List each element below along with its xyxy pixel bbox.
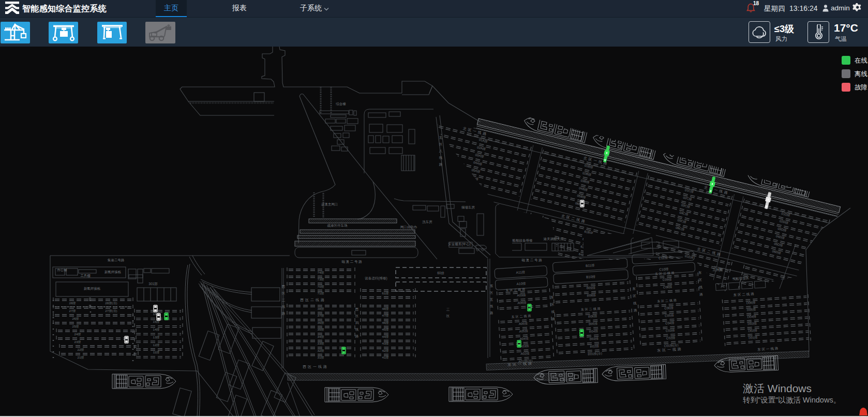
svg-text:A06排: A06排 xyxy=(519,321,528,325)
svg-text:线: 线 xyxy=(490,304,493,308)
svg-text:61排: 61排 xyxy=(382,291,388,295)
svg-text:D05排: D05排 xyxy=(747,307,756,311)
svg-text:44排: 44排 xyxy=(382,335,388,338)
svg-text:B09排: B09排 xyxy=(587,286,596,290)
svg-text:办公楼: 办公楼 xyxy=(57,268,67,272)
svg-text:301部: 301部 xyxy=(148,282,157,286)
svg-text:区: 区 xyxy=(355,314,359,318)
svg-text:C09排: C09排 xyxy=(663,277,672,281)
svg-text:26排: 26排 xyxy=(72,317,79,320)
svg-text:线: 线 xyxy=(282,305,286,308)
svg-text:东: 东 xyxy=(550,295,554,299)
svg-text:41排: 41排 xyxy=(382,355,388,359)
svg-text:B05排: B05排 xyxy=(589,321,598,325)
svg-text:东: 东 xyxy=(632,287,636,290)
svg-text:B03排: B03排 xyxy=(590,336,599,340)
svg-text:37排: 37排 xyxy=(317,314,324,317)
svg-text:C06排: C06排 xyxy=(664,306,674,310)
svg-text:A02排: A02排 xyxy=(520,351,530,355)
svg-text:46排: 46排 xyxy=(382,321,388,324)
svg-text:A05排: A05排 xyxy=(519,329,528,333)
svg-text:洗车房: 洗车房 xyxy=(422,220,432,224)
svg-text:线: 线 xyxy=(551,310,555,314)
svg-text:煤場车房: 煤場车房 xyxy=(461,205,475,210)
svg-text:三: 三 xyxy=(446,307,450,311)
svg-text:42排: 42排 xyxy=(382,349,388,352)
svg-text:八: 八 xyxy=(439,149,443,153)
svg-text:36排: 36排 xyxy=(317,321,324,324)
svg-text:D02排: D02排 xyxy=(748,329,757,333)
svg-text:11排: 11排 xyxy=(153,350,160,354)
svg-text:21排: 21排 xyxy=(77,355,84,359)
svg-text:C02排: C02排 xyxy=(666,336,676,340)
svg-text:28排: 28排 xyxy=(69,301,76,305)
svg-text:A04排: A04排 xyxy=(519,336,529,340)
svg-text:45排: 45排 xyxy=(382,327,388,331)
svg-text:线: 线 xyxy=(439,156,443,159)
svg-text:磁 澳 二 号 路: 磁 澳 二 号 路 xyxy=(521,258,542,262)
svg-text:在线: 在线 xyxy=(855,57,867,64)
svg-text:路: 路 xyxy=(439,162,443,167)
svg-text:C03排: C03排 xyxy=(666,328,675,332)
svg-text:线: 线 xyxy=(633,301,637,305)
svg-text:路: 路 xyxy=(490,311,493,315)
svg-text:区: 区 xyxy=(282,291,286,295)
svg-text:C04排: C04排 xyxy=(665,321,675,325)
svg-text:B02排: B02排 xyxy=(590,344,599,348)
svg-text:新氧焊接栋: 新氧焊接栋 xyxy=(84,287,101,291)
svg-text:D06排: D06排 xyxy=(746,301,756,305)
svg-text:闸口自助办: 闸口自助办 xyxy=(400,225,417,229)
svg-text:B04排: B04排 xyxy=(589,329,598,333)
svg-text:31排: 31排 xyxy=(317,355,324,359)
svg-text:故障: 故障 xyxy=(855,84,867,91)
svg-text:东: 东 xyxy=(490,284,493,288)
svg-text:转到"设置"以激活 Windows。: 转到"设置"以激活 Windows。 xyxy=(743,396,841,404)
svg-text:安全服务(中心): 安全服务(中心) xyxy=(448,242,470,246)
svg-text:A08排: A08排 xyxy=(517,301,527,305)
svg-text:28排(冷): 28排(冷) xyxy=(105,301,117,305)
svg-text:磁 澳 二 号 路: 磁 澳 二 号 路 xyxy=(341,260,362,264)
svg-text:西区一线路: 西区一线路 xyxy=(303,365,328,369)
svg-text:区: 区 xyxy=(551,303,555,306)
svg-text:集港二号路: 集港二号路 xyxy=(108,258,125,262)
svg-text:38排: 38排 xyxy=(317,307,324,310)
svg-text:48排: 48排 xyxy=(382,307,388,310)
svg-text:A03排: A03排 xyxy=(520,344,529,348)
svg-text:西区二线路: 西区二线路 xyxy=(300,298,326,302)
svg-text:73排: 73排 xyxy=(317,277,324,281)
svg-text:四: 四 xyxy=(355,321,359,324)
svg-text:70排: 70排 xyxy=(317,285,324,288)
svg-text:区: 区 xyxy=(439,142,443,146)
svg-text:47排: 47排 xyxy=(382,314,388,317)
svg-text:西: 西 xyxy=(355,307,359,311)
svg-text:路: 路 xyxy=(355,334,359,338)
svg-text:激活 Windows: 激活 Windows xyxy=(743,382,812,394)
svg-text:区: 区 xyxy=(633,294,636,297)
svg-text:27排: 27排 xyxy=(69,309,76,312)
svg-text:43排: 43排 xyxy=(382,341,388,345)
svg-text:船舶设备维修: 船舶设备维修 xyxy=(512,239,533,243)
svg-text:24排: 24排 xyxy=(74,332,81,336)
svg-text:线: 线 xyxy=(699,285,702,289)
svg-text:D04排: D04排 xyxy=(747,315,756,319)
svg-text:设备运行(维修): 设备运行(维修) xyxy=(365,276,387,280)
svg-text:区: 区 xyxy=(698,278,702,281)
svg-text:D01排: D01排 xyxy=(749,335,758,339)
svg-text:综合楼: 综合楼 xyxy=(336,102,346,106)
svg-text:74排: 74排 xyxy=(317,271,324,274)
svg-text:西: 西 xyxy=(281,285,286,288)
svg-text:离线: 离线 xyxy=(855,70,867,78)
svg-text:34排: 34排 xyxy=(317,335,324,338)
svg-text:25排: 25排 xyxy=(72,324,79,328)
svg-text:22排: 22排 xyxy=(77,348,84,351)
svg-text:14排: 14排 xyxy=(153,327,159,331)
svg-text:13排: 13排 xyxy=(153,335,159,339)
svg-text:C05排: C05排 xyxy=(665,313,674,317)
svg-text:60排: 60排 xyxy=(437,271,444,275)
svg-text:B08排: B08排 xyxy=(587,293,596,297)
svg-text:进澳主闸口: 进澳主闸口 xyxy=(321,202,338,206)
svg-text:B06排: B06排 xyxy=(588,314,597,318)
svg-text:33排: 33排 xyxy=(317,341,324,345)
svg-text:北: 北 xyxy=(439,136,443,140)
svg-text:工具棚: 工具棚 xyxy=(80,274,91,277)
